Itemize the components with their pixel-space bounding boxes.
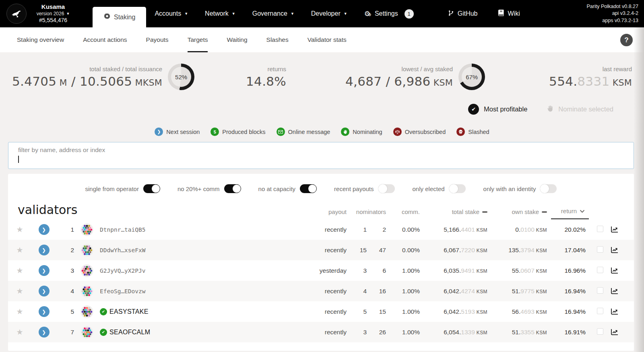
filter-input[interactable]: filter by name, address or index — [8, 142, 634, 169]
select-checkbox[interactable] — [590, 246, 611, 254]
identicon-icon[interactable] — [76, 264, 97, 277]
select-checkbox[interactable] — [590, 308, 611, 316]
most-profitable-button[interactable]: ✔ Most profitable — [468, 104, 527, 115]
nav-item-accounts[interactable]: Accounts ▼ — [146, 0, 196, 27]
favorite-star-icon[interactable]: ★ — [8, 266, 31, 275]
tab-waiting[interactable]: Waiting — [227, 27, 247, 52]
favorite-star-icon[interactable]: ★ — [8, 225, 31, 234]
tab-targets[interactable]: Targets — [188, 27, 208, 52]
return-cell: 16.94% — [551, 288, 590, 295]
tab-slashes[interactable]: Slashes — [266, 27, 289, 52]
legend-item-nominating: Nominating — [341, 128, 382, 136]
commission-cell: 1.00% — [390, 288, 424, 295]
stats-chart-button[interactable] — [611, 247, 634, 253]
col-header-total-stake[interactable]: total stake — [424, 208, 491, 219]
validator-address[interactable]: EfeoSg…EDovzw — [97, 288, 303, 294]
toggle-switch[interactable] — [540, 184, 557, 193]
toggle-switch[interactable] — [378, 184, 395, 193]
select-checkbox[interactable] — [590, 328, 611, 336]
total-staked-summary: total staked / total issuance5.4705 M / … — [12, 66, 162, 89]
chevron-right-icon: ❯ — [42, 268, 46, 274]
identicon-icon[interactable] — [76, 223, 97, 236]
payout-cell: recently — [303, 329, 351, 336]
col-header-nominators: nominators — [351, 208, 390, 219]
toggle-no-20-comm[interactable]: no 20%+ comm — [178, 184, 241, 193]
validator-row: ★❯2DDdwYh…xseFxWrecently15470.00%6,067.7… — [8, 240, 634, 260]
col-header-own-stake[interactable]: own stake — [491, 208, 551, 219]
toggle-only-elected[interactable]: only elected — [413, 184, 466, 193]
favorite-star-icon[interactable]: ★ — [8, 286, 31, 296]
scales-icon — [393, 128, 402, 136]
tab-staking-overview[interactable]: Staking overview — [17, 27, 64, 52]
toggle-no-at-capacity[interactable]: no at capacity — [258, 184, 317, 193]
commission-cell: 1.00% — [390, 329, 424, 336]
wiki-link[interactable]: Wiki — [498, 10, 520, 18]
stats-chart-button[interactable] — [611, 308, 634, 315]
minus-icon — [482, 211, 487, 213]
identicon-icon[interactable] — [76, 244, 97, 257]
toggle-switch[interactable] — [143, 184, 160, 193]
favorite-star-icon[interactable]: ★ — [8, 327, 31, 337]
expand-row-button[interactable]: ❯ — [31, 265, 56, 276]
validator-address[interactable]: Dtnpnr…taiQB5 — [97, 226, 303, 233]
toggle-label: only with an identity — [483, 185, 536, 192]
chain-selector[interactable]: Kusama version 2026 ▼ #5,554,476 — [31, 0, 76, 27]
total-stake-cell: 6,042.5193KSM — [424, 308, 491, 315]
toggle-switch[interactable] — [449, 184, 466, 193]
chevron-right-icon: ❯ — [155, 128, 163, 136]
minus-icon — [542, 211, 547, 213]
identicon-icon[interactable] — [76, 305, 97, 318]
nav-item-label: Settings — [375, 10, 398, 17]
favorite-star-icon[interactable]: ★ — [8, 245, 31, 255]
best-block-number: #5,554,476 — [39, 17, 67, 24]
toggle-switch[interactable] — [300, 184, 316, 193]
expand-row-button[interactable]: ❯ — [31, 245, 56, 255]
validator-address[interactable]: G2JyVQ…yX2PJv — [97, 268, 303, 274]
toggle-label: no at capacity — [258, 185, 296, 192]
stats-chart-button[interactable] — [611, 288, 634, 294]
summary-bar: total staked / total issuance5.4705 M / … — [0, 52, 644, 101]
nav-item-staking[interactable]: Staking — [93, 7, 146, 27]
nav-item-governance[interactable]: Governance ▼ — [244, 0, 303, 27]
tab-validator-stats[interactable]: Validator stats — [308, 27, 347, 52]
commission-cell: 1.00% — [390, 267, 424, 274]
validator-address[interactable]: DDdwYh…xseFxW — [97, 247, 303, 253]
stats-chart-button[interactable] — [611, 267, 634, 274]
select-checkbox[interactable] — [590, 267, 611, 275]
expand-row-button[interactable]: ❯ — [31, 224, 56, 235]
stats-chart-button[interactable] — [611, 329, 634, 336]
tab-payouts[interactable]: Payouts — [146, 27, 169, 52]
chevron-right-icon: ❯ — [42, 288, 46, 294]
lowest-avg-staked-summary: lowest / avg staked4,687 / 6,986 KSM — [345, 66, 453, 89]
toggle-only-with-an-identity[interactable]: only with an identity — [483, 184, 557, 193]
expand-row-button[interactable]: ❯ — [31, 286, 56, 296]
validator-name[interactable]: ✔SEAOFCALM — [97, 329, 303, 336]
expand-row-button[interactable]: ❯ — [31, 327, 56, 338]
validators-table-body: ★❯1Dtnpnr…taiQB5recently120.00%5,166.440… — [8, 219, 634, 342]
github-link[interactable]: GitHub — [448, 10, 478, 18]
favorite-star-icon[interactable]: ★ — [8, 307, 31, 316]
select-checkbox[interactable] — [590, 226, 611, 234]
identicon-icon[interactable] — [76, 285, 97, 298]
stats-chart-button[interactable] — [611, 226, 634, 233]
nominators-active-cell: 5 — [351, 308, 371, 315]
validators-title: validators — [18, 203, 77, 217]
nav-item-network[interactable]: Network ▼ — [196, 0, 244, 27]
identicon-icon[interactable] — [76, 326, 97, 339]
select-checkbox[interactable] — [590, 287, 611, 295]
nav-item-developer[interactable]: Developer ▼ — [303, 0, 356, 27]
col-header-return[interactable]: return — [551, 208, 589, 219]
legend-label: Produced blocks — [222, 129, 265, 135]
help-button[interactable]: ? — [620, 34, 633, 46]
legend-item-online-message: Online message — [277, 128, 330, 136]
chain-version: version 2026 — [37, 11, 64, 17]
nav-item-settings[interactable]: ⚙⚙ Settings 1 — [356, 0, 422, 27]
toggle-switch[interactable] — [224, 184, 241, 193]
toggle-recent-payouts[interactable]: recent payouts — [334, 184, 394, 193]
validator-name[interactable]: ✔EASYSTAKE — [97, 308, 303, 315]
expand-row-button[interactable]: ❯ — [31, 306, 56, 317]
toggle-single-from-operator[interactable]: single from operator — [85, 184, 160, 193]
return-cell: 16.94% — [551, 308, 590, 315]
tab-account-actions[interactable]: Account actions — [83, 27, 127, 52]
summary-label: returns — [238, 66, 286, 72]
